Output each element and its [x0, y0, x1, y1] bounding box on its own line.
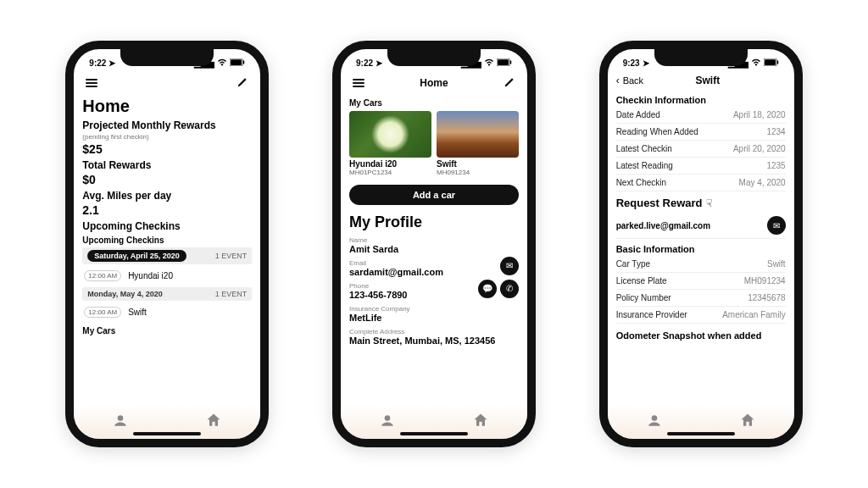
- insurance-value: MetLife: [349, 313, 519, 323]
- info-key: License Plate: [616, 276, 667, 286]
- email-icon[interactable]: ✉: [500, 257, 519, 275]
- date-row[interactable]: Monday, May 4, 2020 1 EVENT: [82, 287, 252, 301]
- insurance-label: Insurance Company: [349, 305, 519, 313]
- car-image: [437, 111, 519, 158]
- svg-rect-7: [765, 59, 776, 65]
- phone-home: 9:22 ➤ ▁▃▅ Home Projected Monthly Reward…: [65, 41, 269, 447]
- info-key: Car Type: [616, 259, 650, 269]
- screen-detail: ‹ Back Swift Checkin Information Date Ad…: [608, 73, 794, 405]
- status-time: 9:22: [89, 58, 106, 68]
- event-row[interactable]: 12:00 AM Swift: [82, 303, 252, 321]
- info-value: April 20, 2020: [733, 144, 786, 153]
- upcoming-checkins-sub: Upcoming Checkins: [82, 236, 252, 245]
- car-name: Hyundai i20: [349, 159, 431, 169]
- battery-icon: [764, 58, 779, 68]
- home-nav-icon[interactable]: [739, 412, 756, 432]
- info-key: Next Checkin: [616, 178, 666, 187]
- screen-home: Home Projected Monthly Rewards (pending …: [74, 73, 260, 405]
- status-time: 9:22: [356, 58, 373, 68]
- home-indicator: [400, 432, 468, 435]
- avg-miles-label: Avg. Miles per day: [82, 190, 252, 202]
- info-row: Date AddedApril 18, 2020: [616, 107, 786, 124]
- call-icon[interactable]: ✆: [500, 280, 519, 298]
- home-nav-icon[interactable]: [205, 412, 222, 432]
- profile-nav-icon[interactable]: [379, 412, 396, 432]
- reward-email: parked.live@gmail.com: [616, 221, 710, 230]
- add-car-button[interactable]: Add a car: [349, 185, 519, 205]
- wifi-icon: [484, 58, 494, 68]
- page-title: Home: [82, 97, 252, 116]
- bottom-nav: [74, 405, 260, 439]
- car-card[interactable]: Hyundai i20 MH01PC1234: [349, 111, 431, 176]
- info-row: Latest Reading1235: [616, 158, 786, 175]
- home-indicator: [667, 432, 735, 435]
- basic-info-head: Basic Information: [616, 244, 786, 254]
- home-indicator: [133, 432, 201, 435]
- avg-miles-value: 2.1: [82, 203, 252, 217]
- notch: [387, 49, 481, 66]
- date-pill: Saturday, April 25, 2020: [87, 250, 186, 262]
- svg-rect-1: [231, 59, 242, 65]
- car-plate: MH091234: [437, 169, 519, 176]
- info-value: 12345678: [748, 293, 786, 302]
- phone-label: Phone: [349, 282, 408, 290]
- wifi-icon: [217, 58, 227, 68]
- edit-icon[interactable]: [236, 76, 248, 90]
- event-time: 12:00 AM: [84, 270, 121, 281]
- checkin-info-head: Checkin Information: [616, 95, 786, 105]
- projected-value: $25: [82, 142, 252, 156]
- notch: [120, 49, 214, 66]
- wifi-icon: [751, 58, 761, 68]
- profile-nav-icon[interactable]: [112, 412, 129, 432]
- svg-rect-2: [243, 60, 245, 64]
- car-name: Swift: [437, 159, 519, 169]
- edit-icon[interactable]: [504, 76, 515, 90]
- profile-nav-icon[interactable]: [646, 412, 663, 432]
- home-nav-icon[interactable]: [472, 412, 489, 432]
- event-car: Hyundai i20: [128, 271, 173, 280]
- name-label: Name: [349, 236, 519, 244]
- event-row[interactable]: 12:00 AM Hyundai i20: [82, 267, 252, 285]
- svg-rect-4: [498, 59, 509, 65]
- email-icon[interactable]: ✉: [767, 216, 786, 235]
- car-image: [349, 111, 431, 158]
- svg-rect-8: [776, 60, 778, 64]
- profile-title: My Profile: [349, 214, 519, 231]
- battery-icon: [497, 58, 512, 68]
- info-value: MH091234: [744, 276, 786, 286]
- info-row: Reading When Added1234: [616, 124, 786, 141]
- my-cars-label: My Cars: [82, 326, 252, 336]
- info-key: Reading When Added: [616, 127, 698, 136]
- car-card[interactable]: Swift MH091234: [437, 111, 519, 176]
- info-value: 1234: [766, 127, 785, 136]
- info-row: Latest CheckinApril 20, 2020: [616, 141, 786, 158]
- info-key: Latest Reading: [616, 161, 673, 170]
- phone-value: 123-456-7890: [349, 290, 408, 300]
- menu-icon[interactable]: [353, 79, 364, 87]
- total-rewards-label: Total Rewards: [82, 159, 252, 171]
- info-row: Next CheckinMay 4, 2020: [616, 175, 786, 191]
- info-value: 1235: [766, 161, 785, 170]
- info-value: American Family: [722, 310, 785, 319]
- info-row: Policy Number12345678: [616, 290, 786, 307]
- info-key: Date Added: [616, 110, 660, 119]
- phone-detail: 9:23 ➤ ▁▃▅ ‹ Back Swift Checkin Informat…: [599, 41, 803, 447]
- event-car: Swift: [128, 308, 147, 317]
- info-key: Policy Number: [616, 293, 671, 302]
- email-label: Email: [349, 259, 443, 267]
- projected-rewards-label: Projected Monthly Rewards: [82, 119, 252, 131]
- projected-note: (pending first checkin): [82, 133, 252, 141]
- message-icon[interactable]: 💬: [478, 280, 497, 298]
- back-icon[interactable]: ‹: [616, 75, 620, 86]
- svg-rect-5: [510, 60, 512, 64]
- notch: [654, 49, 748, 66]
- date-row[interactable]: Saturday, April 25, 2020 1 EVENT: [82, 247, 252, 264]
- bottom-nav: [608, 405, 794, 439]
- status-time: 9:23: [623, 58, 640, 68]
- date-text: Monday, May 4, 2020: [87, 290, 162, 298]
- my-cars-label: My Cars: [349, 98, 519, 108]
- address-value: Main Street, Mumbai, MS, 123456: [349, 336, 519, 346]
- event-time: 12:00 AM: [84, 307, 121, 318]
- event-count: 1 EVENT: [215, 252, 248, 260]
- menu-icon[interactable]: [86, 79, 97, 87]
